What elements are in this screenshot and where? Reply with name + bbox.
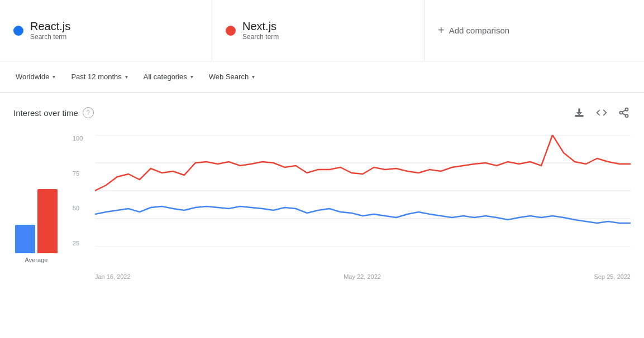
chart-container: Average 100 75 50 25 [0, 124, 644, 302]
avg-label: Average [25, 257, 48, 263]
type-filter-label: Web Search [209, 73, 249, 81]
x-label-may: May 22, 2022 [344, 273, 381, 280]
region-chevron-icon: ▾ [53, 74, 55, 80]
chart-header: Interest over time ? [0, 102, 644, 124]
react-dot [13, 26, 23, 36]
embed-icon[interactable] [595, 106, 608, 119]
region-filter-label: Worldwide [16, 73, 49, 81]
chart-title-area: Interest over time ? [13, 107, 94, 118]
chart-actions [573, 106, 631, 119]
y-label-25: 25 [73, 240, 90, 247]
time-filter[interactable]: Past 12 months ▾ [64, 69, 134, 84]
y-axis-labels: 100 75 50 25 [73, 135, 90, 247]
time-chevron-icon: ▾ [125, 74, 128, 80]
category-filter[interactable]: All categories ▾ [137, 69, 200, 84]
reactjs-line [95, 206, 631, 223]
add-comparison-button[interactable]: + Add comparison [424, 0, 644, 61]
avg-bar-next [37, 189, 58, 253]
next-dot [226, 26, 236, 36]
svg-line-3 [622, 113, 626, 115]
react-name: React.js [30, 20, 70, 33]
x-axis-labels: Jan 16, 2022 May 22, 2022 Sep 25, 2022 [95, 273, 631, 280]
x-label-jan: Jan 16, 2022 [95, 273, 131, 280]
help-icon[interactable]: ? [83, 107, 94, 118]
search-term-react[interactable]: React.js Search term [0, 0, 212, 61]
next-type: Search term [242, 33, 279, 41]
next-info: Next.js Search term [242, 20, 279, 41]
region-filter[interactable]: Worldwide ▾ [9, 69, 62, 84]
x-label-sep: Sep 25, 2022 [594, 273, 631, 280]
line-chart-svg [95, 135, 631, 247]
help-text: ? [87, 109, 90, 116]
y-label-75: 75 [73, 170, 90, 177]
download-icon[interactable] [573, 106, 586, 119]
line-chart-area: 100 75 50 25 [73, 135, 631, 280]
time-filter-label: Past 12 months [71, 73, 121, 81]
avg-bar-react [15, 225, 35, 253]
add-comparison-label: Add comparison [449, 26, 509, 35]
avg-bars [15, 164, 58, 253]
avg-bar-area: Average [0, 135, 73, 280]
share-icon[interactable] [617, 106, 631, 119]
plus-icon: + [438, 24, 445, 37]
type-filter[interactable]: Web Search ▾ [202, 69, 261, 84]
svg-point-0 [626, 108, 628, 111]
category-filter-label: All categories [144, 73, 187, 81]
svg-point-2 [626, 114, 628, 117]
react-info: React.js Search term [30, 20, 70, 41]
search-term-next[interactable]: Next.js Search term [212, 0, 424, 61]
y-label-50: 50 [73, 205, 90, 211]
type-chevron-icon: ▾ [252, 74, 255, 80]
filter-bar: Worldwide ▾ Past 12 months ▾ All categor… [0, 61, 644, 93]
category-chevron-icon: ▾ [190, 74, 193, 80]
chart-section: Interest over time ? [0, 93, 644, 302]
next-name: Next.js [242, 20, 279, 33]
svg-line-4 [622, 110, 626, 112]
react-type: Search term [30, 33, 70, 41]
y-label-100: 100 [73, 135, 90, 142]
chart-title: Interest over time [13, 108, 78, 118]
svg-point-1 [620, 112, 623, 114]
search-terms-bar: React.js Search term Next.js Search term… [0, 0, 644, 61]
